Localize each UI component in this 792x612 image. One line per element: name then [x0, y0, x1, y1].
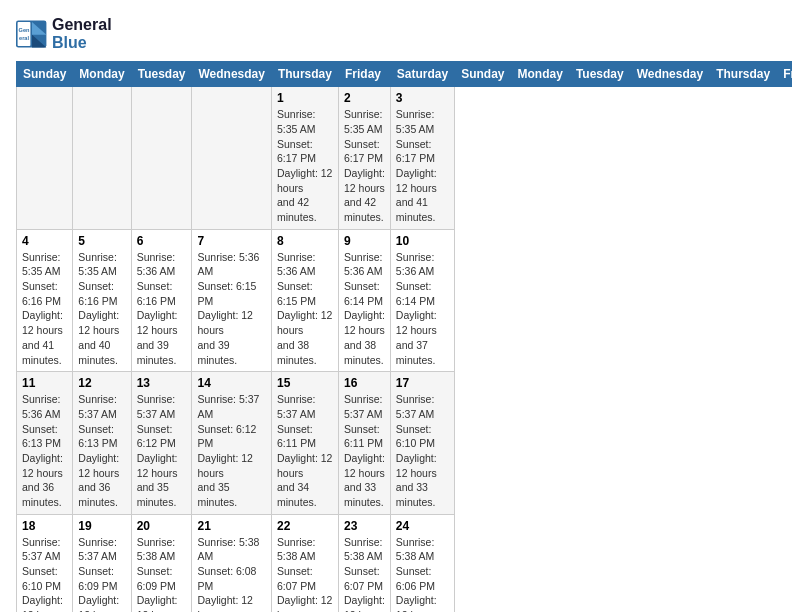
day-info: Sunrise: 5:38 AM Sunset: 6:07 PM Dayligh… — [277, 535, 333, 612]
calendar-cell — [73, 87, 131, 230]
day-number: 15 — [277, 376, 333, 390]
logo: Gen eral General Blue — [16, 16, 112, 51]
day-number: 10 — [396, 234, 449, 248]
weekday-header-wednesday: Wednesday — [630, 62, 709, 87]
logo-name-line1: General — [52, 16, 112, 34]
day-info: Sunrise: 5:37 AM Sunset: 6:10 PM Dayligh… — [396, 392, 449, 510]
day-info: Sunrise: 5:38 AM Sunset: 6:07 PM Dayligh… — [344, 535, 385, 612]
calendar-week-3: 11Sunrise: 5:36 AM Sunset: 6:13 PM Dayli… — [17, 372, 793, 515]
day-info: Sunrise: 5:38 AM Sunset: 6:08 PM Dayligh… — [197, 535, 265, 612]
calendar-week-4: 18Sunrise: 5:37 AM Sunset: 6:10 PM Dayli… — [17, 514, 793, 612]
day-info: Sunrise: 5:37 AM Sunset: 6:12 PM Dayligh… — [137, 392, 187, 510]
calendar-cell: 11Sunrise: 5:36 AM Sunset: 6:13 PM Dayli… — [17, 372, 73, 515]
day-info: Sunrise: 5:36 AM Sunset: 6:15 PM Dayligh… — [277, 250, 333, 368]
day-number: 8 — [277, 234, 333, 248]
calendar-cell: 12Sunrise: 5:37 AM Sunset: 6:13 PM Dayli… — [73, 372, 131, 515]
day-info: Sunrise: 5:36 AM Sunset: 6:15 PM Dayligh… — [197, 250, 265, 368]
day-info: Sunrise: 5:35 AM Sunset: 6:16 PM Dayligh… — [22, 250, 67, 368]
day-info: Sunrise: 5:36 AM Sunset: 6:16 PM Dayligh… — [137, 250, 187, 368]
day-number: 20 — [137, 519, 187, 533]
weekday-header-friday: Friday — [338, 62, 390, 87]
day-number: 11 — [22, 376, 67, 390]
day-info: Sunrise: 5:36 AM Sunset: 6:14 PM Dayligh… — [344, 250, 385, 368]
calendar-cell: 5Sunrise: 5:35 AM Sunset: 6:16 PM Daylig… — [73, 229, 131, 372]
weekday-header-wednesday: Wednesday — [192, 62, 271, 87]
day-number: 17 — [396, 376, 449, 390]
calendar-header-row: SundayMondayTuesdayWednesdayThursdayFrid… — [17, 62, 793, 87]
calendar-cell: 8Sunrise: 5:36 AM Sunset: 6:15 PM Daylig… — [271, 229, 338, 372]
calendar-cell: 21Sunrise: 5:38 AM Sunset: 6:08 PM Dayli… — [192, 514, 271, 612]
calendar-table: SundayMondayTuesdayWednesdayThursdayFrid… — [16, 61, 792, 612]
logo-name-line2: Blue — [52, 34, 112, 52]
logo-icon: Gen eral — [16, 20, 48, 48]
day-number: 2 — [344, 91, 385, 105]
day-info: Sunrise: 5:38 AM Sunset: 6:09 PM Dayligh… — [137, 535, 187, 612]
day-number: 21 — [197, 519, 265, 533]
calendar-cell: 14Sunrise: 5:37 AM Sunset: 6:12 PM Dayli… — [192, 372, 271, 515]
day-info: Sunrise: 5:35 AM Sunset: 6:17 PM Dayligh… — [344, 107, 385, 225]
day-info: Sunrise: 5:38 AM Sunset: 6:06 PM Dayligh… — [396, 535, 449, 612]
day-info: Sunrise: 5:36 AM Sunset: 6:13 PM Dayligh… — [22, 392, 67, 510]
day-info: Sunrise: 5:37 AM Sunset: 6:10 PM Dayligh… — [22, 535, 67, 612]
calendar-cell: 13Sunrise: 5:37 AM Sunset: 6:12 PM Dayli… — [131, 372, 192, 515]
calendar-cell: 15Sunrise: 5:37 AM Sunset: 6:11 PM Dayli… — [271, 372, 338, 515]
calendar-cell: 10Sunrise: 5:36 AM Sunset: 6:14 PM Dayli… — [390, 229, 454, 372]
day-number: 19 — [78, 519, 125, 533]
day-number: 22 — [277, 519, 333, 533]
day-info: Sunrise: 5:37 AM Sunset: 6:13 PM Dayligh… — [78, 392, 125, 510]
logo-text-block: General Blue — [52, 16, 112, 51]
calendar-cell: 1Sunrise: 5:35 AM Sunset: 6:17 PM Daylig… — [271, 87, 338, 230]
calendar-cell: 7Sunrise: 5:36 AM Sunset: 6:15 PM Daylig… — [192, 229, 271, 372]
weekday-header-monday: Monday — [511, 62, 569, 87]
day-number: 13 — [137, 376, 187, 390]
calendar-cell: 22Sunrise: 5:38 AM Sunset: 6:07 PM Dayli… — [271, 514, 338, 612]
weekday-header-thursday: Thursday — [710, 62, 777, 87]
day-info: Sunrise: 5:35 AM Sunset: 6:16 PM Dayligh… — [78, 250, 125, 368]
calendar-cell: 17Sunrise: 5:37 AM Sunset: 6:10 PM Dayli… — [390, 372, 454, 515]
day-info: Sunrise: 5:37 AM Sunset: 6:11 PM Dayligh… — [344, 392, 385, 510]
weekday-header-monday: Monday — [73, 62, 131, 87]
day-number: 12 — [78, 376, 125, 390]
calendar-cell: 4Sunrise: 5:35 AM Sunset: 6:16 PM Daylig… — [17, 229, 73, 372]
calendar-cell: 24Sunrise: 5:38 AM Sunset: 6:06 PM Dayli… — [390, 514, 454, 612]
page-header: Gen eral General Blue — [16, 16, 776, 51]
day-number: 3 — [396, 91, 449, 105]
day-info: Sunrise: 5:37 AM Sunset: 6:09 PM Dayligh… — [78, 535, 125, 612]
weekday-header-sunday: Sunday — [455, 62, 511, 87]
day-number: 24 — [396, 519, 449, 533]
weekday-header-sunday: Sunday — [17, 62, 73, 87]
calendar-cell: 16Sunrise: 5:37 AM Sunset: 6:11 PM Dayli… — [338, 372, 390, 515]
day-number: 18 — [22, 519, 67, 533]
calendar-cell — [192, 87, 271, 230]
calendar-cell — [131, 87, 192, 230]
calendar-cell: 3Sunrise: 5:35 AM Sunset: 6:17 PM Daylig… — [390, 87, 454, 230]
day-number: 16 — [344, 376, 385, 390]
calendar-cell: 18Sunrise: 5:37 AM Sunset: 6:10 PM Dayli… — [17, 514, 73, 612]
day-number: 23 — [344, 519, 385, 533]
day-info: Sunrise: 5:37 AM Sunset: 6:11 PM Dayligh… — [277, 392, 333, 510]
day-number: 5 — [78, 234, 125, 248]
day-info: Sunrise: 5:35 AM Sunset: 6:17 PM Dayligh… — [277, 107, 333, 225]
weekday-header-thursday: Thursday — [271, 62, 338, 87]
day-number: 6 — [137, 234, 187, 248]
calendar-cell: 23Sunrise: 5:38 AM Sunset: 6:07 PM Dayli… — [338, 514, 390, 612]
svg-text:Gen: Gen — [19, 26, 30, 32]
calendar-cell — [17, 87, 73, 230]
day-number: 14 — [197, 376, 265, 390]
calendar-cell: 19Sunrise: 5:37 AM Sunset: 6:09 PM Dayli… — [73, 514, 131, 612]
weekday-header-friday: Friday — [777, 62, 792, 87]
weekday-header-saturday: Saturday — [390, 62, 454, 87]
calendar-cell: 2Sunrise: 5:35 AM Sunset: 6:17 PM Daylig… — [338, 87, 390, 230]
day-number: 7 — [197, 234, 265, 248]
day-info: Sunrise: 5:37 AM Sunset: 6:12 PM Dayligh… — [197, 392, 265, 510]
day-info: Sunrise: 5:36 AM Sunset: 6:14 PM Dayligh… — [396, 250, 449, 368]
calendar-cell: 6Sunrise: 5:36 AM Sunset: 6:16 PM Daylig… — [131, 229, 192, 372]
weekday-header-tuesday: Tuesday — [569, 62, 630, 87]
calendar-cell: 20Sunrise: 5:38 AM Sunset: 6:09 PM Dayli… — [131, 514, 192, 612]
calendar-week-1: 1Sunrise: 5:35 AM Sunset: 6:17 PM Daylig… — [17, 87, 793, 230]
calendar-cell: 9Sunrise: 5:36 AM Sunset: 6:14 PM Daylig… — [338, 229, 390, 372]
svg-text:eral: eral — [19, 34, 29, 40]
day-number: 4 — [22, 234, 67, 248]
day-number: 9 — [344, 234, 385, 248]
day-number: 1 — [277, 91, 333, 105]
